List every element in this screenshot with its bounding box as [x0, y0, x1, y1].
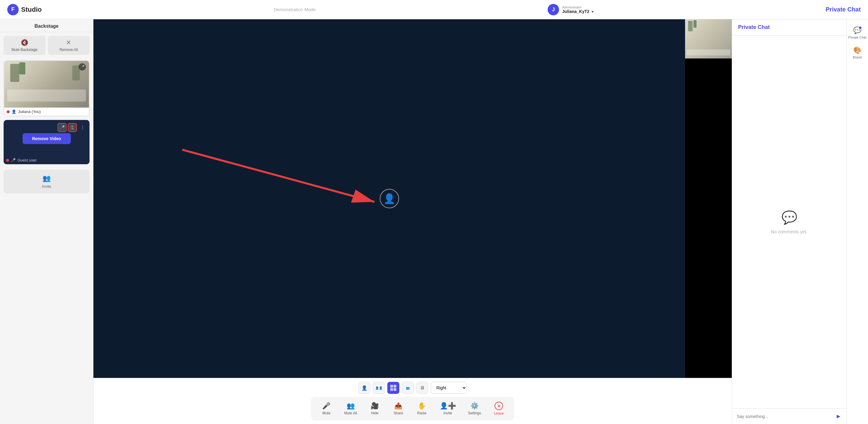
header-private-chat-label: Private Chat — [826, 6, 861, 13]
guest-card-body: 🎤 📵 ⋮ Remove Video — [4, 120, 90, 156]
layout-single-icon: 👤 — [361, 385, 367, 391]
layout-screen-btn[interactable]: 🖥 — [416, 382, 428, 394]
stage-main: 👤 — [93, 19, 685, 378]
user-avatar: J — [548, 4, 559, 16]
backstage-actions: 🔇 Mute Backstage ✕ Remove All — [0, 32, 93, 58]
chevron-down-icon: ▾ — [592, 10, 593, 14]
mute-guest-button[interactable]: 🎤 — [58, 123, 67, 132]
add-person-icon: 👥 — [42, 175, 51, 182]
main-layout: Backstage 🔇 Mute Backstage ✕ Remove All — [0, 19, 868, 424]
chat-input[interactable] — [737, 414, 833, 419]
share-icon: 📤 — [394, 402, 402, 410]
user-role-label: Administrator — [562, 5, 593, 9]
layout-two-btn-group: 👤👤 — [373, 382, 385, 394]
mic-icon: 🎤 — [79, 63, 86, 70]
far-right-private-chat[interactable]: 💬 Private Chat — [847, 24, 868, 41]
remove-video-button[interactable]: Remove Video — [23, 133, 71, 144]
chat-empty-message: No comments yet. — [771, 229, 807, 234]
stage-black-area — [685, 58, 732, 378]
stage-video-area: 👤 — [93, 19, 732, 378]
invite-icon: 👤➕ — [440, 402, 456, 410]
logo-text: Studio — [21, 6, 41, 13]
status-dot-juliana — [7, 110, 10, 113]
participant-video-juliana: 🎤 — [4, 61, 89, 108]
controls-area: 👤 👤👤 👥 — [93, 378, 732, 424]
mute-all-icon: 👥 — [347, 402, 355, 410]
layout-position-select[interactable]: Right Left Full Bottom — [431, 382, 467, 394]
stage-side-panel — [685, 19, 732, 378]
logo: F Studio — [7, 4, 41, 16]
layout-grid-icon — [390, 385, 396, 391]
brand-icon: 🎨 — [853, 47, 861, 54]
mute-backstage-button[interactable]: 🔇 Mute Backstage — [4, 36, 45, 55]
user-details: Administrator Juliana_KyT2 ▾ — [562, 5, 593, 14]
mute-button[interactable]: 🎤 Mute — [316, 400, 337, 418]
participant-label-guest: 🎤 Guest user — [4, 156, 90, 164]
guest-action-icons: 🎤 📵 ⋮ — [58, 123, 87, 132]
settings-button[interactable]: ⚙️ Settings — [463, 400, 486, 418]
layout-side-btn[interactable]: 👥 — [402, 382, 414, 394]
video-off-button[interactable]: 📵 — [68, 123, 77, 132]
layout-single-btn[interactable]: 👤 — [358, 382, 370, 394]
user-silhouette-icon: 👤 — [383, 193, 396, 204]
invite-button[interactable]: 👥 Invite — [4, 170, 90, 193]
mute-icon: 🔇 — [21, 39, 28, 46]
far-right-panel: 💬 Private Chat 🎨 Brand — [846, 19, 868, 424]
header: F Studio Demonstration Mode J Administra… — [0, 0, 868, 19]
chat-empty-icon: 💬 — [781, 210, 797, 225]
logo-icon: F — [7, 4, 19, 16]
send-button[interactable]: ► — [835, 413, 841, 420]
layout-two-left-btn[interactable]: 👤👤 — [373, 382, 385, 394]
remove-all-button[interactable]: ✕ Remove All — [48, 36, 90, 55]
hide-button[interactable]: 🎥 Hide — [364, 400, 385, 418]
layout-two-icon: 👤👤 — [375, 386, 382, 390]
stage-area: 👤 — [93, 19, 732, 424]
layout-grid-btn[interactable] — [387, 382, 399, 394]
status-dot-guest — [6, 159, 9, 162]
right-panel: Private Chat 💬 No comments yet. ► — [732, 19, 846, 424]
mute-icon: 🎤 — [322, 402, 330, 410]
layout-screen-icon: 🖥 — [420, 385, 425, 391]
raise-icon: ✋ — [418, 402, 426, 410]
right-panel-title: Private Chat — [738, 24, 770, 30]
more-options-button[interactable]: ⋮ — [78, 123, 87, 132]
chat-area: 💬 No comments yet. — [732, 36, 846, 408]
microphone-off-icon: 🎤 — [11, 158, 16, 162]
share-button[interactable]: 📤 Share — [388, 400, 409, 418]
participant-card-guest: 🎤 📵 ⋮ Remove Video 🎤 Guest user — [4, 120, 90, 164]
invite-ctrl-button[interactable]: 👤➕ Invite — [435, 400, 461, 418]
user-name-label: Juliana_KyT2 ▾ — [562, 9, 593, 14]
demo-mode-label: Demonstration Mode — [274, 7, 315, 12]
stage-avatar: 👤 — [380, 189, 399, 208]
participant-label-juliana: 👤 Juliana (You) — [4, 108, 89, 116]
user-info-area: J Administrator Juliana_KyT2 ▾ — [548, 4, 593, 16]
leave-icon: ✕ — [495, 402, 503, 410]
settings-icon: ⚙️ — [470, 402, 478, 410]
sidebar: Backstage 🔇 Mute Backstage ✕ Remove All — [0, 19, 93, 424]
side-thumbnail — [685, 19, 732, 58]
svg-line-1 — [182, 150, 374, 202]
person-icon: 👤 — [11, 110, 16, 114]
leave-button[interactable]: ✕ Leave — [488, 399, 509, 418]
remove-all-icon: ✕ — [66, 39, 71, 46]
hide-icon: 🎥 — [371, 402, 379, 410]
action-controls: 🎤 Mute 👥 Mute All 🎥 Hide 📤 Share ✋ — [311, 397, 514, 420]
raise-button[interactable]: ✋ Raise — [411, 400, 433, 418]
backstage-title: Backstage — [0, 19, 93, 32]
private-chat-icon: 💬 — [853, 27, 861, 34]
far-right-brand[interactable]: 🎨 Brand — [852, 44, 863, 61]
mute-all-button[interactable]: 👥 Mute All — [339, 400, 362, 418]
layout-controls: 👤 👤👤 👥 — [358, 382, 467, 394]
right-panel-header: Private Chat — [732, 19, 846, 36]
layout-side-icon: 👥 — [406, 386, 410, 390]
chat-input-area: ► — [732, 408, 846, 424]
participant-card-juliana: 🎤 👤 Juliana (You) — [4, 60, 90, 116]
